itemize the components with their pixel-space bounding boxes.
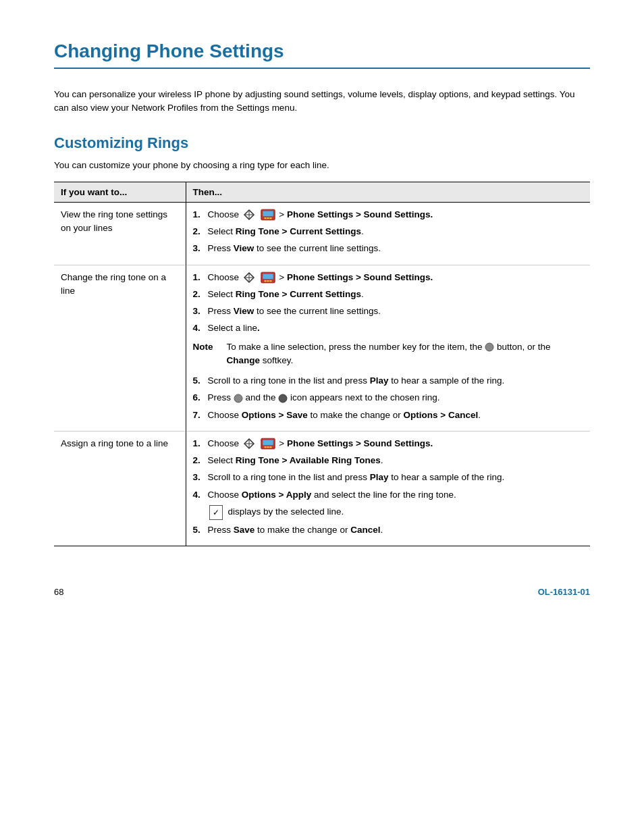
step-num: 3. — [193, 471, 208, 484]
row1-steps: 1. Choose — [186, 202, 590, 265]
step-text: Choose Options > Save to make the change… — [208, 409, 584, 422]
step-text: Scroll to a ring tone in the list and pr… — [208, 471, 584, 484]
step-num: 6. — [193, 391, 208, 405]
list-item: 3. Scroll to a ring tone in the list and… — [193, 471, 584, 484]
col1-header: If you want to... — [54, 182, 186, 202]
step-text: Press and the icon appears next to the c… — [208, 391, 584, 405]
step-num: 3. — [193, 242, 208, 255]
table-row: View the ring tone settings on your line… — [54, 202, 590, 265]
step-num: 5. — [193, 374, 208, 388]
list-item: 5. Scroll to a ring tone in the list and… — [193, 374, 584, 388]
phone-icon — [261, 271, 275, 284]
svg-rect-14 — [267, 280, 269, 282]
intro-text: You can personalize your wireless IP pho… — [54, 88, 590, 115]
svg-rect-13 — [264, 280, 266, 282]
circle-icon — [485, 342, 494, 352]
row3-action: Assign a ring tone to a line — [54, 431, 186, 546]
checkmark-text: displays by the selected line. — [228, 505, 344, 519]
table-row: Assign a ring tone to a line 1. Choose — [54, 431, 590, 546]
table-row: Change the ring tone on a line 1. Choose — [54, 265, 590, 431]
note-text: To make a line selection, press the numb… — [227, 340, 584, 368]
step-num: 2. — [193, 288, 208, 301]
list-item: 1. Choose — [193, 271, 584, 284]
list-item: 5. Press Save to make the change or Canc… — [193, 523, 584, 537]
circle-icon2 — [234, 394, 243, 403]
step-text: Scroll to a ring tone in the list and pr… — [208, 374, 584, 388]
svg-point-16 — [485, 343, 493, 351]
circle-icon3 — [278, 394, 288, 403]
svg-rect-24 — [264, 446, 266, 448]
list-item: 7. Choose Options > Save to make the cha… — [193, 409, 584, 422]
step-text: Choose Options > Apply and select the li… — [208, 488, 584, 502]
list-item: 1. Choose — [193, 208, 584, 221]
main-table: If you want to... Then... View the ring … — [54, 182, 590, 546]
note-label: Note — [193, 340, 227, 354]
step-num: 3. — [193, 305, 208, 318]
nav-icon — [243, 438, 255, 450]
list-item: 2. Select Ring Tone > Current Settings. — [193, 288, 584, 301]
list-item: 6. Press and the icon appears next to th… — [193, 391, 584, 405]
title-rule — [54, 68, 590, 69]
list-item: 2. Select Ring Tone > Current Settings. — [193, 225, 584, 238]
section-title: Customizing Rings — [54, 134, 590, 152]
step-num: 5. — [193, 523, 208, 537]
list-item: 4. Choose Options > Apply and select the… — [193, 488, 584, 502]
row1-action: View the ring tone settings on your line… — [54, 202, 186, 265]
step-num: 7. — [193, 409, 208, 422]
step-text: Press View to see the current line setti… — [208, 305, 584, 318]
step-text: Choose — [208, 208, 584, 221]
footer-page-num: 68 — [54, 587, 63, 597]
step-num: 1. — [193, 208, 208, 221]
step-text: Select Ring Tone > Current Settings. — [208, 288, 584, 301]
col2-header: Then... — [186, 182, 590, 202]
row2-steps: 1. Choose — [186, 265, 590, 431]
step-text: Choose — [208, 271, 584, 284]
list-item: 4. Select a line. — [193, 321, 584, 335]
svg-point-17 — [234, 394, 242, 402]
footer: 68 OL-16131-01 — [54, 587, 590, 597]
section-intro: You can customize your phone by choosing… — [54, 159, 590, 172]
step-num: 4. — [193, 488, 208, 502]
row3-steps: 1. Choose — [186, 431, 590, 546]
list-item: 3. Press View to see the current line se… — [193, 242, 584, 255]
list-item: 1. Choose — [193, 437, 584, 450]
svg-rect-4 — [263, 211, 273, 217]
list-item: 3. Press View to see the current line se… — [193, 305, 584, 318]
phone-icon — [261, 209, 275, 221]
list-item: 2. Select Ring Tone > Available Ring Ton… — [193, 454, 584, 467]
step-num: 2. — [193, 454, 208, 467]
list-item: ✓ displays by the selected line. — [208, 505, 584, 520]
footer-doc-num: OL-16131-01 — [538, 587, 590, 597]
checkmark-icon: ✓ — [209, 505, 223, 520]
nav-icon — [243, 271, 255, 284]
step-num: 4. — [193, 321, 208, 335]
phone-icon — [261, 438, 275, 450]
row2-action: Change the ring tone on a line — [54, 265, 186, 431]
step-text: Select Ring Tone > Current Settings. — [208, 225, 584, 238]
page-title: Changing Phone Settings — [54, 41, 590, 62]
svg-rect-23 — [263, 440, 273, 446]
step-text: Press Save to make the change or Cancel. — [208, 523, 584, 537]
svg-rect-5 — [264, 217, 266, 219]
svg-rect-7 — [269, 217, 271, 219]
svg-rect-26 — [269, 446, 271, 448]
nav-icon — [243, 209, 255, 221]
step-text: Choose — [208, 437, 584, 450]
step-text: Select a line. — [208, 321, 584, 335]
step-text: Select Ring Tone > Available Ring Tones. — [208, 454, 584, 467]
step-num: 1. — [193, 271, 208, 284]
step-num: 2. — [193, 225, 208, 238]
step-num: 1. — [193, 437, 208, 450]
svg-rect-25 — [267, 446, 269, 448]
list-item: Note To make a line selection, press the… — [193, 339, 584, 371]
svg-point-18 — [279, 394, 287, 402]
svg-rect-12 — [263, 273, 273, 279]
svg-rect-6 — [267, 217, 269, 219]
step-text: Press View to see the current line setti… — [208, 242, 584, 255]
svg-rect-15 — [269, 280, 271, 282]
